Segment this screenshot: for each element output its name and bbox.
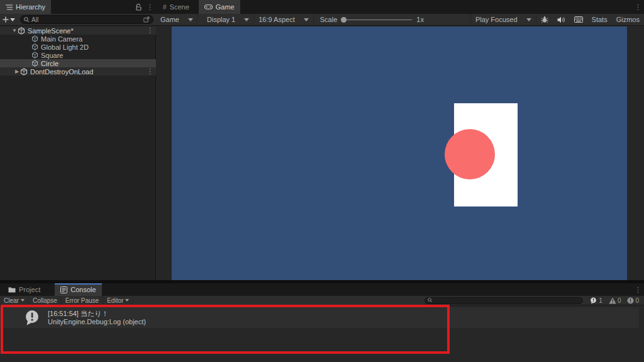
hierarchy-search-field[interactable]: [20, 15, 153, 24]
scale-slider-knob[interactable]: [341, 17, 347, 23]
console-icon: [60, 286, 67, 293]
display-label: Display 1: [207, 16, 235, 23]
search-icon: [428, 298, 433, 303]
unity-editor-window: Hierarchy ⋮: [0, 0, 644, 362]
object-name: Main Camera: [41, 35, 82, 43]
console-log-area: [16:51:54] 当たり！ UnityEngine.Debug:Log (o…: [0, 305, 644, 362]
aspect-dropdown[interactable]: 16:9 Aspect: [254, 14, 314, 25]
warning-count: 0: [618, 297, 621, 304]
game-tabstrip: # Scene Game ⋮: [156, 0, 644, 14]
scene-kebab-icon[interactable]: ⋮: [144, 68, 156, 75]
unity-scene-icon: [18, 27, 25, 35]
chevron-down-icon: [244, 18, 249, 21]
object-name: Square: [41, 52, 63, 59]
console-panel-kebab-icon[interactable]: ⋮: [632, 283, 644, 296]
hierarchy-tabstrip: Hierarchy ⋮: [0, 0, 156, 14]
scene-row-samplescene[interactable]: ▼ SampleScene* ⋮: [0, 26, 156, 35]
error-pause-label: Error Pause: [65, 297, 99, 304]
aspect-label: 16:9 Aspect: [258, 16, 295, 23]
gameobject-cube-icon: [31, 43, 38, 50]
gizmos-label: Gizmos: [616, 16, 640, 23]
play-focused-dropdown[interactable]: Play Focused: [470, 14, 536, 25]
game-render-area[interactable]: [172, 26, 627, 280]
tree-item-circle[interactable]: Circle: [0, 59, 156, 67]
error-count-toggle[interactable]: 0: [624, 296, 644, 305]
log-bubble-icon: [590, 297, 597, 304]
chevron-down-icon: [188, 18, 193, 21]
folder-icon: [8, 286, 16, 293]
tab-console[interactable]: Console: [55, 283, 101, 296]
object-name: Global Light 2D: [41, 43, 89, 51]
scene-name: SampleScene*: [28, 27, 74, 35]
tree-item-square[interactable]: Square: [0, 51, 156, 59]
collapse-button[interactable]: Collapse: [29, 296, 62, 305]
tab-game[interactable]: Game: [199, 0, 240, 14]
tab-hierarchy-label: Hierarchy: [16, 3, 45, 11]
scene-row-dontdestroyonload[interactable]: ▶ DontDestroyOnLoad ⋮: [0, 67, 156, 76]
stats-label: Stats: [592, 16, 608, 23]
debug-bug-icon[interactable]: [536, 14, 553, 25]
tab-game-label: Game: [216, 3, 235, 11]
warning-count-toggle[interactable]: 0: [606, 296, 625, 305]
game-viewport: [156, 26, 644, 280]
editor-dropdown[interactable]: Editor: [103, 296, 133, 305]
add-object-caret-icon: [10, 18, 15, 21]
hierarchy-search-input[interactable]: [31, 16, 142, 23]
object-name: Circle: [41, 60, 58, 67]
editor-label: Editor: [107, 297, 123, 304]
log-line-2: UnityEngine.Debug:Log (object): [48, 318, 146, 326]
search-icon: [24, 17, 30, 23]
tab-scene[interactable]: # Scene: [157, 0, 195, 14]
unity-scene-icon: [20, 68, 28, 76]
tab-project[interactable]: Project: [3, 283, 46, 296]
console-search-input[interactable]: [435, 297, 580, 303]
expander-down-icon[interactable]: ▼: [11, 28, 18, 33]
tree-item-main-camera[interactable]: Main Camera: [0, 35, 156, 43]
gizmos-dropdown[interactable]: Gizmos: [612, 14, 644, 25]
display-dropdown[interactable]: Display 1: [203, 14, 254, 25]
keyboard-icon[interactable]: [570, 14, 587, 25]
warning-triangle-icon: [609, 297, 616, 304]
log-bubble-icon: [24, 310, 42, 326]
chevron-down-icon: [526, 18, 531, 21]
chevron-down-icon: [304, 18, 309, 21]
tab-hierarchy[interactable]: Hierarchy: [0, 0, 51, 14]
chevron-down-icon: [125, 299, 129, 302]
hierarchy-toolbar: [0, 14, 156, 26]
log-message: [16:51:54] 当たり！ UnityEngine.Debug:Log (o…: [48, 310, 146, 326]
game-mode-label: Game: [160, 16, 179, 23]
scene-kebab-icon[interactable]: ⋮: [144, 27, 156, 34]
stats-button[interactable]: Stats: [587, 14, 612, 25]
game-toolbar: Game Display 1 16:9 Aspect Scale 1x Play…: [156, 14, 644, 26]
gamepad-icon: [204, 4, 213, 9]
hierarchy-search-picker-icon[interactable]: [143, 16, 150, 23]
mute-audio-icon[interactable]: [553, 14, 570, 25]
hierarchy-panel: Hierarchy ⋮: [0, 0, 156, 283]
bottom-tabstrip: Project Console ⋮: [0, 283, 644, 296]
tree-item-global-light[interactable]: Global Light 2D: [0, 43, 156, 51]
lock-icon[interactable]: [133, 0, 144, 14]
hierarchy-list-icon: [6, 4, 13, 10]
game-mode-dropdown[interactable]: Game: [156, 14, 197, 25]
log-line-1: [16:51:54] 当たり！: [48, 310, 146, 318]
hierarchy-menu-kebab-icon[interactable]: ⋮: [144, 0, 156, 14]
collapse-label: Collapse: [33, 297, 57, 304]
circle-sprite: [445, 129, 495, 179]
log-count-toggle[interactable]: 1: [587, 296, 606, 305]
tabstrip-spacer: [51, 0, 133, 14]
console-search-field[interactable]: [425, 297, 583, 304]
error-pause-button[interactable]: Error Pause: [62, 296, 103, 305]
clear-button[interactable]: Clear: [0, 296, 29, 305]
game-panel-kebab-icon[interactable]: ⋮: [632, 0, 644, 14]
chevron-down-icon: [21, 299, 25, 302]
tab-project-label: Project: [19, 286, 40, 293]
clear-label: Clear: [4, 297, 19, 304]
tab-scene-label: Scene: [170, 3, 189, 11]
add-object-button[interactable]: [0, 16, 18, 23]
gameobject-cube-icon: [31, 52, 38, 59]
log-count: 1: [599, 297, 602, 304]
console-toolbar: Clear Collapse Error Pause Editor 1 0: [0, 296, 644, 305]
expander-right-icon[interactable]: ▶: [14, 69, 20, 74]
log-entry-row[interactable]: [16:51:54] 当たり！ UnityEngine.Debug:Log (o…: [0, 307, 639, 328]
scale-slider[interactable]: [341, 20, 412, 20]
